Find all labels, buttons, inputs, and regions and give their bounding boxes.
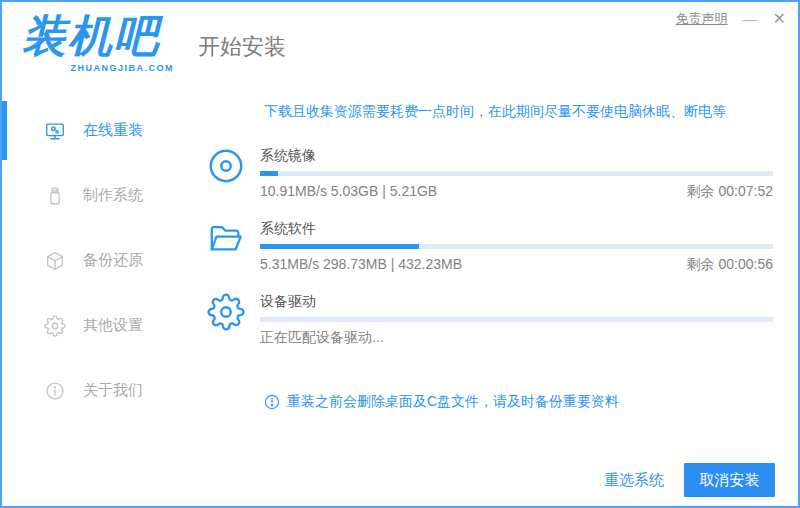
note-info-icon [264,394,280,410]
app-logo: 装机吧 ZHUANGJIBA.COM [22,10,174,73]
task-title: 设备驱动 [260,293,773,311]
folder-icon [207,220,245,258]
sidebar-item-label: 其他设置 [83,316,143,335]
titlebar-actions: 免责声明 — ✕ [676,10,786,28]
progress-bar [260,244,773,249]
cancel-install-button[interactable]: 取消安装 [684,463,775,497]
progress-bar [260,171,773,176]
sidebar: 在线重装 制作系统 备份还原 [2,88,192,506]
warning-text: 下载且收集资源需要耗费一点时间，在此期间尽量不要使电脑休眠、断电等 [192,103,798,121]
info-icon [44,380,66,402]
time-remaining: 剩余 00:07:52 [687,183,773,201]
backup-note: 重装之前会删除桌面及C盘文件，请及时备份重要资料 [264,393,619,411]
close-button[interactable]: ✕ [773,10,786,28]
main-panel: 下载且收集资源需要耗费一点时间，在此期间尽量不要使电脑休眠、断电等 系统镜像 1… [192,88,798,506]
logo-text: 装机吧 [22,10,174,62]
usb-drive-icon [44,185,66,207]
sidebar-item-other-settings[interactable]: 其他设置 [2,293,192,358]
progress-fill [260,171,278,176]
gear-icon [207,293,245,331]
task-stats: 10.91MB/s 5.03GB | 5.21GB [260,183,437,201]
disc-icon [207,147,245,185]
sidebar-item-label: 制作系统 [83,186,143,205]
sidebar-item-backup-restore[interactable]: 备份还原 [2,228,192,293]
task-title: 系统软件 [260,220,773,238]
time-remaining: 剩余 00:00:56 [687,256,773,274]
logo-domain: ZHUANGJIBA.COM [22,63,174,73]
progress-bar [260,317,773,322]
task-row: 系统软件 5.31MB/s 298.73MB | 432.23MB 剩余 00:… [207,220,773,274]
backup-restore-icon [44,250,66,272]
task-row: 系统镜像 10.91MB/s 5.03GB | 5.21GB 剩余 00:07:… [207,147,773,201]
page-title: 开始安装 [198,32,286,62]
task-stats: 正在匹配设备驱动... [260,329,384,347]
task-stats: 5.31MB/s 298.73MB | 432.23MB [260,256,462,274]
sidebar-item-label: 在线重装 [83,121,143,140]
settings-gear-icon [44,315,66,337]
task-row: 设备驱动 正在匹配设备驱动... [207,293,773,347]
sidebar-item-about-us[interactable]: 关于我们 [2,358,192,423]
sidebar-item-label: 关于我们 [83,381,143,400]
reselect-system-button[interactable]: 重选系统 [604,471,664,490]
task-list: 系统镜像 10.91MB/s 5.03GB | 5.21GB 剩余 00:07:… [192,147,798,347]
progress-fill [260,244,419,249]
sidebar-item-make-system[interactable]: 制作系统 [2,163,192,228]
disclaimer-link[interactable]: 免责声明 [676,10,728,28]
backup-note-text: 重装之前会删除桌面及C盘文件，请及时备份重要资料 [287,393,619,411]
app-window: 装机吧 ZHUANGJIBA.COM 开始安装 免责声明 — ✕ 在线重装 [0,0,800,508]
minimize-button[interactable]: — [743,10,758,28]
sidebar-item-online-reinstall[interactable]: 在线重装 [2,98,192,163]
header: 装机吧 ZHUANGJIBA.COM 开始安装 免责声明 — ✕ [2,2,798,88]
sidebar-item-label: 备份还原 [83,251,143,270]
footer-actions: 重选系统 取消安装 [604,463,775,497]
monitor-reinstall-icon [44,120,66,142]
task-title: 系统镜像 [260,147,773,165]
